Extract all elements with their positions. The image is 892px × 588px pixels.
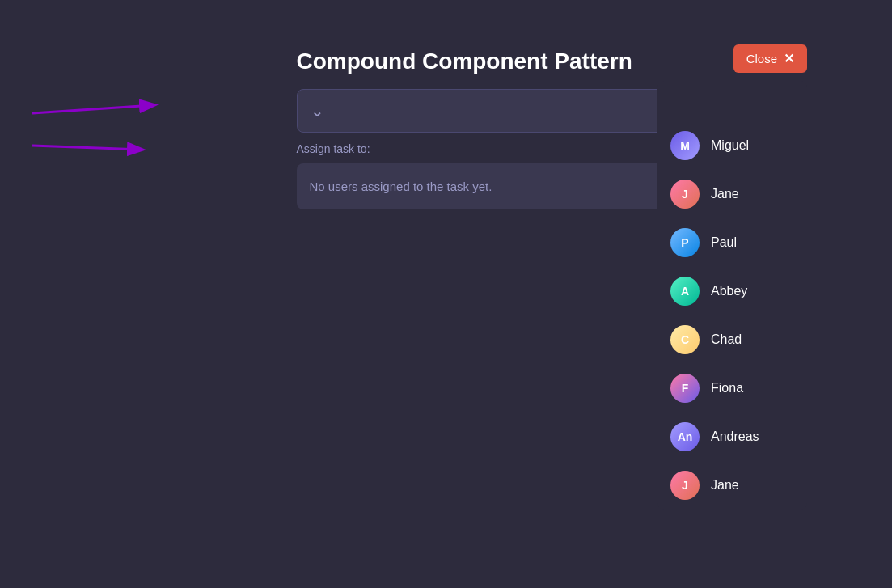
user-item-andreas[interactable]: An Andreas	[657, 412, 807, 461]
close-label: Close	[746, 52, 777, 66]
svg-text:C: C	[681, 333, 689, 346]
user-name: Abbey	[711, 284, 747, 298]
annotation-arrows	[24, 89, 202, 202]
user-item-jane1[interactable]: J Jane	[657, 170, 807, 218]
svg-line-2	[32, 146, 142, 150]
user-item-miguel[interactable]: M Miguel	[657, 121, 807, 170]
svg-text:F: F	[682, 382, 689, 395]
close-icon: ✕	[784, 51, 794, 66]
main-content: Compound Component Pattern ⌄ Assign task…	[297, 49, 717, 209]
svg-text:J: J	[682, 188, 688, 201]
user-item-abbey[interactable]: A Abbey	[657, 267, 807, 315]
close-button[interactable]: Close ✕	[733, 44, 807, 73]
user-item-jane2[interactable]: J Jane	[657, 461, 807, 510]
svg-text:J: J	[682, 479, 688, 492]
page-title: Compound Component Pattern	[297, 49, 717, 74]
avatar: C	[670, 325, 700, 354]
user-name: Jane	[711, 187, 739, 201]
assign-label: Assign task to:	[297, 142, 717, 155]
avatar: P	[670, 228, 700, 257]
dropdown-trigger[interactable]: ⌄	[297, 89, 701, 133]
page-container: Compound Component Pattern ⌄ Assign task…	[0, 0, 892, 588]
svg-text:A: A	[681, 285, 689, 298]
user-name: Andreas	[711, 429, 759, 444]
user-item-fiona[interactable]: F Fiona	[657, 364, 807, 412]
svg-text:M: M	[680, 139, 690, 152]
avatar: J	[670, 471, 700, 500]
avatar: F	[670, 374, 700, 403]
user-name: Jane	[711, 478, 739, 493]
svg-text:P: P	[681, 236, 688, 249]
user-name: Fiona	[711, 381, 743, 396]
user-item-paul[interactable]: P Paul	[657, 218, 807, 267]
user-list: M Miguel J Jane P Paul A Abbey C Chad F …	[657, 121, 807, 510]
user-name: Miguel	[711, 138, 749, 153]
chevron-down-icon: ⌄	[311, 101, 324, 121]
user-item-chad[interactable]: C Chad	[657, 315, 807, 364]
no-users-message: No users assigned to the task yet.	[297, 163, 701, 209]
avatar: M	[670, 131, 700, 160]
user-panel: M Miguel J Jane P Paul A Abbey C Chad F …	[657, 81, 807, 510]
avatar: J	[670, 180, 700, 209]
avatar: A	[670, 277, 700, 306]
user-name: Paul	[711, 235, 737, 250]
svg-line-1	[32, 105, 154, 113]
avatar: An	[670, 422, 700, 451]
svg-text:An: An	[678, 430, 693, 443]
user-name: Chad	[711, 332, 742, 347]
